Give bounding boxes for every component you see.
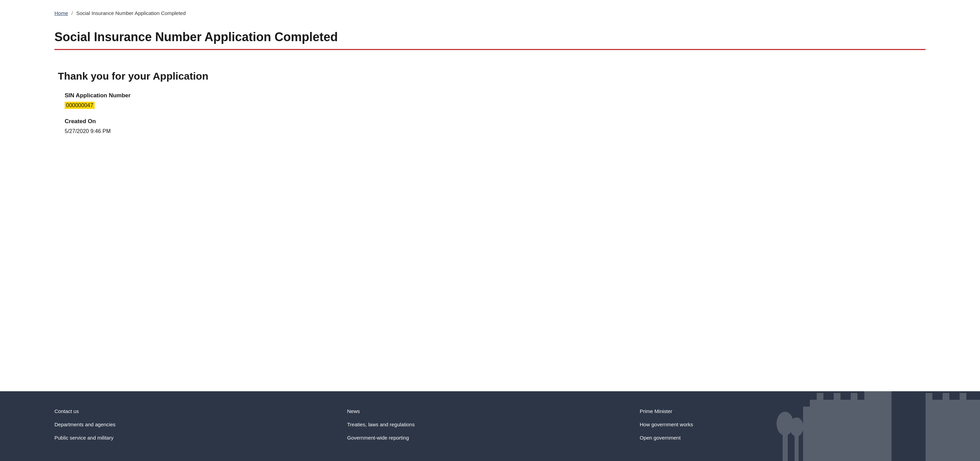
footer-link-open-gov[interactable]: Open government xyxy=(640,435,926,440)
page-title-section: Social Insurance Number Application Comp… xyxy=(54,30,926,50)
svg-rect-6 xyxy=(834,393,840,403)
footer-column-3: Prime Minister How government works Open… xyxy=(640,408,926,440)
svg-point-18 xyxy=(962,410,979,434)
footer-link-prime-minister[interactable]: Prime Minister xyxy=(640,408,926,414)
svg-rect-12 xyxy=(959,393,966,403)
created-value: 5/27/2020 9:46 PM xyxy=(65,128,926,134)
svg-rect-7 xyxy=(851,393,858,403)
footer-link-news[interactable]: News xyxy=(347,408,633,414)
sin-value-wrapper: 000000047 xyxy=(65,102,926,108)
page-wrapper: Home / Social Insurance Number Applicati… xyxy=(0,0,980,461)
footer: Contact us Departments and agencies Publ… xyxy=(0,391,980,461)
created-block: Created On 5/27/2020 9:46 PM xyxy=(58,118,926,134)
footer-link-contact[interactable]: Contact us xyxy=(54,408,340,414)
sin-label: SIN Application Number xyxy=(65,92,926,99)
footer-link-departments[interactable]: Departments and agencies xyxy=(54,421,340,427)
page-title: Social Insurance Number Application Comp… xyxy=(54,30,926,44)
footer-link-how-gov-works[interactable]: How government works xyxy=(640,421,926,427)
svg-rect-11 xyxy=(943,393,950,403)
sin-value: 000000047 xyxy=(65,102,95,109)
breadcrumb-home-link[interactable]: Home xyxy=(54,10,68,16)
thank-you-heading: Thank you for your Application xyxy=(58,70,926,82)
breadcrumb-current: Social Insurance Number Application Comp… xyxy=(76,10,186,16)
svg-rect-10 xyxy=(926,393,932,403)
breadcrumb-separator: / xyxy=(72,11,73,16)
created-label: Created On xyxy=(65,118,926,125)
footer-column-2: News Treaties, laws and regulations Gove… xyxy=(347,408,633,440)
svg-rect-5 xyxy=(817,393,824,403)
content-section: Thank you for your Application SIN Appli… xyxy=(54,70,926,134)
footer-link-public-service[interactable]: Public service and military xyxy=(54,435,340,440)
breadcrumb: Home / Social Insurance Number Applicati… xyxy=(54,10,926,16)
footer-link-gov-reporting[interactable]: Government-wide reporting xyxy=(347,435,633,440)
footer-columns: Contact us Departments and agencies Publ… xyxy=(54,408,926,440)
footer-link-treaties[interactable]: Treaties, laws and regulations xyxy=(347,421,633,427)
sin-block: SIN Application Number 000000047 xyxy=(58,92,926,108)
footer-column-1: Contact us Departments and agencies Publ… xyxy=(54,408,340,440)
main-content: Home / Social Insurance Number Applicati… xyxy=(0,0,980,391)
